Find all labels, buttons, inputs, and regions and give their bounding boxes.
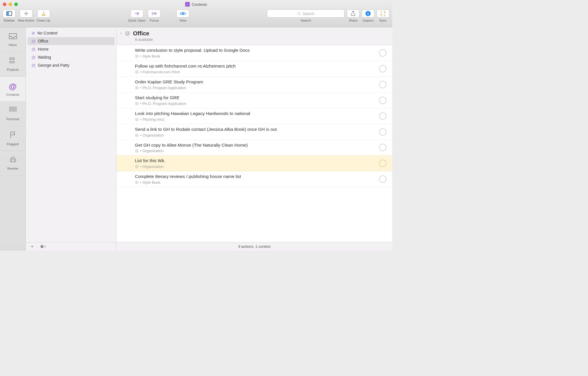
task-row[interactable]: List for this Wk.• Organization <box>117 156 392 171</box>
svg-point-23 <box>9 61 11 63</box>
svg-marker-2 <box>9 13 10 14</box>
focus-tool-group: Focus <box>148 9 160 22</box>
task-row[interactable]: Start studying for GRE• Ph.D. Program Ap… <box>117 93 392 108</box>
task-meta: • Pitching misc. <box>135 117 375 122</box>
perspective-tab-contexts[interactable]: @ Contexts <box>0 77 26 101</box>
titlebar: ✓ Contexts <box>0 0 392 9</box>
close-window-button[interactable] <box>3 3 6 6</box>
perspective-label: Inbox <box>9 43 17 47</box>
svg-rect-30 <box>15 110 16 111</box>
view-label: View <box>179 19 187 22</box>
zoom-window-button[interactable] <box>14 3 18 6</box>
task-body: Complete literary reviews / publishing h… <box>135 174 375 185</box>
focus-label: Focus <box>150 19 158 22</box>
svg-point-15 <box>182 13 184 14</box>
eye-icon <box>180 11 186 16</box>
quick-open-button[interactable] <box>131 9 143 18</box>
perspective-tab-projects[interactable]: Projects <box>0 52 26 77</box>
task-checkbox[interactable] <box>379 144 386 151</box>
context-label: Home <box>38 47 49 51</box>
perspective-tab-inbox[interactable]: Inbox <box>0 27 26 52</box>
note-icon <box>135 165 138 168</box>
task-title: Start studying for GRE <box>135 95 375 101</box>
task-body: Start studying for GRE• Ph.D. Program Ap… <box>135 95 375 106</box>
context-item-office[interactable]: @ Office <box>28 37 115 45</box>
svg-rect-29 <box>12 110 14 111</box>
task-body: Send a link to GH to Rodale contact (Jes… <box>135 126 375 137</box>
context-item-home[interactable]: @ Home <box>28 45 115 53</box>
new-action-button[interactable] <box>20 9 32 18</box>
context-item-no-context[interactable]: ⊘ No Context <box>28 29 115 37</box>
task-row[interactable]: Look into pitching Hawaiian Legacy Hardw… <box>117 108 392 124</box>
search-field[interactable]: Search <box>267 9 345 18</box>
perspective-tab-forecast[interactable]: Forecast <box>0 101 26 126</box>
perspective-tab-flagged[interactable]: Flagged <box>0 126 26 151</box>
perspective-rail-footer <box>0 242 26 251</box>
svg-line-17 <box>300 14 301 15</box>
task-checkbox[interactable] <box>379 112 386 120</box>
task-row[interactable]: Complete literary reviews / publishing h… <box>117 171 392 187</box>
traffic-lights <box>3 3 18 6</box>
task-row[interactable]: Send a link to GH to Rodale contact (Jes… <box>117 124 392 140</box>
perspective-tab-review[interactable]: Review <box>0 151 26 176</box>
task-row[interactable]: Order Kaplan GRE Study Program• Ph.D. Pr… <box>117 77 392 93</box>
perspective-label: Projects <box>7 68 19 71</box>
inspect-button[interactable] <box>362 9 374 18</box>
disclosure-triangle[interactable]: ▽ <box>120 32 122 35</box>
context-item-waiting[interactable]: @ Waiting <box>28 53 115 61</box>
info-icon <box>365 11 371 16</box>
main-area: Inbox Projects @ Contexts <box>0 27 392 242</box>
task-checkbox[interactable] <box>379 97 386 104</box>
clean-up-button[interactable] <box>37 9 50 18</box>
task-checkbox[interactable] <box>379 128 386 136</box>
task-body: Get GH copy to Allee Monse (The Naturall… <box>135 142 375 153</box>
plus-icon <box>24 11 29 16</box>
note-icon <box>135 149 138 153</box>
share-button[interactable] <box>347 9 359 18</box>
context-item-george-patty[interactable]: @ George and Patty <box>28 61 115 69</box>
svg-rect-27 <box>15 107 16 109</box>
focus-button[interactable] <box>148 9 160 18</box>
task-row[interactable]: Write conclusion to style proposal. Uplo… <box>117 45 392 61</box>
perspective-label: Forecast <box>6 117 19 121</box>
task-body: Follow up with fishchannel.com re:Alzhei… <box>135 63 375 74</box>
task-checkbox[interactable] <box>379 160 386 167</box>
search-placeholder: Search <box>303 11 314 16</box>
context-label: Waiting <box>38 55 51 60</box>
task-body: List for this Wk.• Organization <box>135 158 375 169</box>
flag-icon <box>9 131 16 141</box>
add-button[interactable]: ＋ <box>30 243 34 250</box>
task-row[interactable]: Follow up with fishchannel.com re:Alzhei… <box>117 61 392 77</box>
sidebar-label: Sidebar <box>3 19 15 22</box>
clean-up-label: Clean Up <box>37 19 51 22</box>
svg-rect-20 <box>368 13 368 15</box>
task-title: Write conclusion to style proposal. Uplo… <box>135 47 375 53</box>
sidebar-tool-group: Sidebar <box>3 9 16 22</box>
context-sidebar: ⊘ No Context @ Office @ Home @ Waiting @… <box>26 27 117 242</box>
header-subtitle: 8 available <box>135 37 388 42</box>
sidebar-button[interactable] <box>3 9 16 18</box>
minimize-window-button[interactable] <box>9 3 12 6</box>
svg-rect-1 <box>7 11 9 16</box>
projects-icon <box>9 57 17 66</box>
task-checkbox[interactable] <box>379 49 386 57</box>
review-icon <box>9 156 17 165</box>
chevron-down-icon: ▾ <box>45 245 46 248</box>
task-checkbox[interactable] <box>379 175 386 183</box>
perspective-label: Contexts <box>6 93 19 96</box>
inspect-tool-group: Inspect <box>362 9 374 22</box>
share-icon <box>351 11 355 16</box>
view-button[interactable] <box>177 9 189 18</box>
task-checkbox[interactable] <box>379 65 386 72</box>
svg-point-21 <box>9 58 11 60</box>
sidebar-icon <box>6 11 12 16</box>
task-row[interactable]: Get GH copy to Allee Monse (The Naturall… <box>117 140 392 156</box>
gear-menu-button[interactable]: ✽ ▾ <box>40 244 46 249</box>
task-meta: • Organization <box>135 164 375 169</box>
focus-icon <box>151 11 157 16</box>
note-icon <box>135 133 138 137</box>
task-title: List for this Wk. <box>135 158 375 164</box>
sync-button[interactable] <box>377 9 389 18</box>
task-checkbox[interactable] <box>379 81 386 88</box>
task-title: Send a link to GH to Rodale contact (Jes… <box>135 126 375 133</box>
